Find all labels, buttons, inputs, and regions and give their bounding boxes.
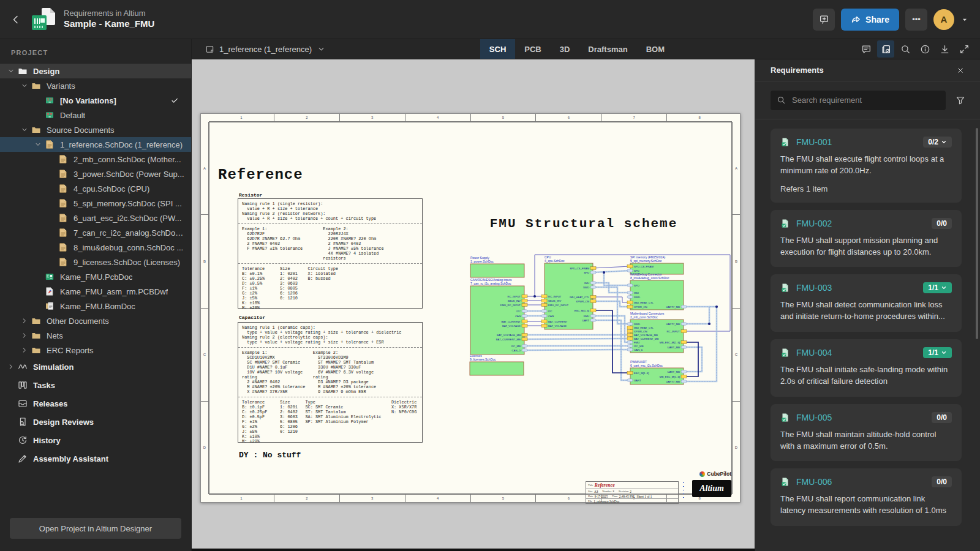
document-selector[interactable]: 1_reference (1_reference) — [199, 39, 332, 59]
requirement-card-fmu-003[interactable]: FMU-0031/1The FMU shall detect communica… — [771, 274, 962, 332]
requirement-card-fmu-002[interactable]: FMU-0020/0The FMU shall support mission … — [771, 210, 962, 268]
titleblock-size: A3 — [594, 490, 598, 493]
tree-item-no-variations[interactable]: [No Variations] — [0, 93, 191, 108]
refers-link[interactable]: Refers 1 item — [780, 184, 952, 193]
schematic-canvas[interactable]: 12345678 12345678 ABCD ABCD Reference Re… — [192, 59, 755, 549]
requirement-text: The FMU shall report communication link … — [780, 493, 952, 517]
search-requirement-input[interactable] — [791, 95, 940, 105]
more-options-button[interactable]: ••• — [905, 9, 927, 31]
tree-item-design-reviews[interactable]: Design Reviews — [0, 413, 191, 431]
coverage-badge[interactable]: 0/0 — [932, 476, 952, 487]
svg-text:CAN/RCIN/ESC/Analog inputs: CAN/RCIN/ESC/Analog inputs — [470, 278, 512, 282]
avatar[interactable]: A — [933, 9, 954, 30]
tree-item-8-imu-debug-conn-schdoc[interactable]: 8_imu&debug_conn.SchDoc ... — [0, 240, 191, 255]
capacitor-code-table: Tolerance Size Type Dielectric B: ±0.1pF… — [238, 397, 422, 446]
svg-text:CAN_D: CAN_D — [511, 349, 521, 352]
svg-text:SWD: SWD — [583, 286, 589, 289]
requirement-id[interactable]: FMU-002 — [796, 219, 832, 228]
requirement-id[interactable]: FMU-005 — [796, 413, 832, 422]
tree-item-label: Releases — [33, 399, 67, 408]
tree-item-tasks[interactable]: Tasks — [0, 376, 191, 394]
tree-item-assembly-assistant[interactable]: Assembly Assistant — [0, 449, 191, 468]
chevron-right-icon[interactable] — [5, 362, 17, 371]
tree-item-5-spi-memory-schdoc-spi[interactable]: 5_spi_memory.SchDoc (SPI ... — [0, 196, 191, 211]
svg-text:UART: UART — [634, 379, 641, 382]
tree-item-label: History — [33, 436, 61, 445]
requirement-doc-icon — [780, 283, 790, 293]
tree-item-kame-fmu-pcbdoc[interactable]: Kame_FMU.PcbDoc — [0, 269, 191, 284]
tree-item-simulation[interactable]: Simulation — [0, 358, 191, 376]
tree-item-3-power-schdoc-power-sup[interactable]: 3_power.SchDoc (Power Sup... — [0, 167, 191, 181]
svg-text:BAT_VOLTAGE: BAT_VOLTAGE — [548, 324, 567, 328]
requirement-card-fmu-005[interactable]: FMU-0050/0The FMU shall maintain altitud… — [771, 404, 962, 462]
tree-item-history[interactable]: History — [0, 431, 191, 449]
panel-scrollbar[interactable] — [976, 128, 978, 339]
coverage-badge[interactable]: 1/1 — [923, 347, 952, 358]
chevron-right-icon[interactable] — [18, 346, 31, 354]
coverage-badge[interactable]: 1/1 — [923, 282, 952, 293]
tree-item-7-can-rc-i2c-analog-schdoc[interactable]: 7_can_rc_i2c_analog.SchDoc ... — [0, 225, 191, 240]
download-icon[interactable] — [936, 40, 953, 58]
requirement-id[interactable]: FMU-006 — [796, 477, 832, 487]
tree-item-nets[interactable]: Nets — [0, 328, 191, 343]
tree-item-design[interactable]: Design — [0, 64, 191, 78]
tree-item-other-documents[interactable]: Other Documents — [0, 313, 191, 328]
resistor-box-title: Resistor — [239, 192, 262, 198]
comment-icon[interactable] — [858, 40, 875, 58]
filter-button[interactable] — [952, 92, 969, 109]
requirement-doc-icon — [780, 413, 790, 422]
account-menu-caret[interactable] — [960, 15, 969, 24]
tree-item-releases[interactable]: Releases — [0, 394, 191, 413]
close-panel-button[interactable] — [953, 63, 968, 78]
chevron-down-icon[interactable] — [18, 81, 31, 90]
chevron-down-icon[interactable] — [5, 67, 17, 75]
requirement-id[interactable]: FMU-004 — [796, 348, 832, 358]
fullscreen-icon[interactable] — [956, 40, 973, 58]
chevron-down-icon[interactable] — [32, 140, 44, 149]
svg-text:RC_INPUT: RC_INPUT — [667, 330, 680, 333]
tree-item-2-mb-conn-schdoc-mother[interactable]: 2_mb_conn.SchDoc (Mother... — [0, 152, 191, 167]
tree-item-6-uart-esc-i2c-schdoc-pw[interactable]: 6_uart_esc_i2c.SchDoc (PW... — [0, 211, 191, 225]
info-icon[interactable] — [916, 40, 933, 58]
search-box[interactable] — [771, 91, 946, 110]
tree-item-kame-fmu-asm-rm-pcbdwf[interactable]: Kame_FMU_asm_rm.PCBDwf — [0, 284, 191, 299]
tab-draftsman[interactable]: Draftsman — [579, 39, 636, 59]
requirement-card-fmu-006[interactable]: FMU-0060/0The FMU shall report communica… — [771, 468, 962, 526]
share-button[interactable]: Share — [841, 9, 899, 31]
tab-pcb[interactable]: PCB — [515, 39, 550, 59]
tab-sch[interactable]: SCH — [480, 39, 515, 59]
coverage-badge[interactable]: 0/0 — [932, 412, 952, 423]
coverage-badge[interactable]: 0/2 — [923, 137, 952, 148]
back-button[interactable] — [4, 7, 28, 32]
avatar-initial: A — [941, 14, 948, 24]
sim-icon — [17, 362, 28, 372]
tab-bom[interactable]: BOM — [637, 39, 674, 59]
tree-item-default[interactable]: Default — [0, 108, 191, 122]
requirement-card-fmu-004[interactable]: FMU-0041/1The FMU shall initiate safe-la… — [771, 339, 962, 397]
svg-text:SPI memory (FM25V02A): SPI memory (FM25V02A) — [630, 255, 666, 259]
add-comment-button[interactable] — [813, 9, 835, 31]
chevron-right-icon[interactable] — [18, 331, 31, 340]
tree-item-variants[interactable]: Variants — [0, 78, 191, 93]
coverage-badge[interactable]: 0/0 — [932, 218, 952, 229]
requirements-icon[interactable] — [877, 40, 894, 58]
tab-3d[interactable]: 3D — [551, 39, 579, 59]
search-icon[interactable] — [897, 40, 914, 58]
chevron-right-icon[interactable] — [18, 317, 31, 325]
svg-text:XPWR_ON: XPWR_ON — [576, 300, 589, 303]
ruler-label: B — [733, 214, 740, 307]
requirement-id[interactable]: FMU-001 — [796, 137, 832, 147]
svg-text:SPD_CS_FRAM: SPD_CS_FRAM — [634, 265, 654, 268]
resistor-code-table: Tolerance Size Circuit type B: ±0.1% 1: … — [238, 263, 422, 313]
requirement-card-fmu-001[interactable]: FMU-0010/2The FMU shall execute flight c… — [771, 129, 962, 203]
tree-item-4-cpu-schdoc-cpu[interactable]: 4_cpu.SchDoc (CPU) — [0, 181, 191, 196]
tree-item-source-documents[interactable]: Source Documents — [0, 122, 191, 137]
tree-item-1-reference-schdoc-1-reference[interactable]: 1_reference.SchDoc (1_reference) — [0, 137, 191, 152]
tree-item-9-licenses-schdoc-licenses[interactable]: 9_licenses.SchDoc (Licenses) — [0, 255, 191, 269]
ruler-label: 6 — [535, 114, 601, 121]
requirement-id[interactable]: FMU-003 — [796, 283, 832, 293]
tree-item-kame-fmu-bomdoc[interactable]: Kame_FMU.BomDoc — [0, 299, 191, 313]
open-in-altium-designer-button[interactable]: Open Project in Altium Designer — [10, 518, 181, 539]
chevron-down-icon[interactable] — [18, 126, 31, 134]
tree-item-erc-reports[interactable]: ERC Reports — [0, 343, 191, 358]
